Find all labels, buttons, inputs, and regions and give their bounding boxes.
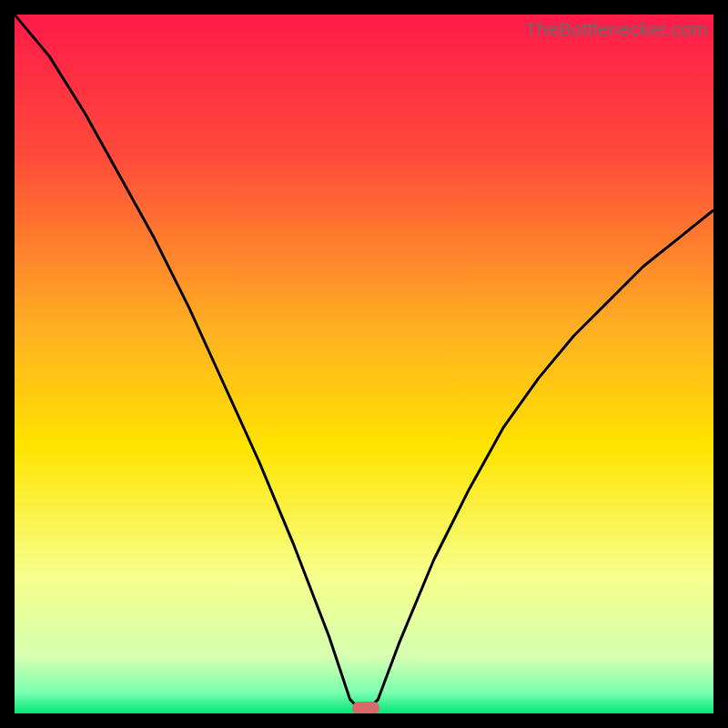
optimal-marker: [352, 702, 379, 713]
chart-container: TheBottlenecker.com: [0, 0, 728, 728]
chart-svg: [15, 15, 713, 713]
gradient-background: [15, 15, 713, 713]
watermark-text: TheBottlenecker.com: [525, 18, 708, 40]
plot-area: [15, 15, 713, 713]
